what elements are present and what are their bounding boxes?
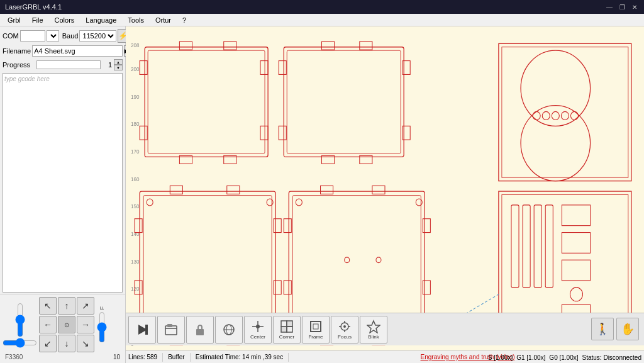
left-panel: COM Baud 115200 9600 250000 ⚡ Filename ▶… [0, 26, 126, 363]
svg-point-123 [343, 325, 346, 328]
svg-text:208: 208 [131, 42, 140, 48]
svg-rect-117 [287, 321, 292, 327]
movement-grid: ↖ ↑ ↗ ← ⊙ → ↙ ↓ ↘ [39, 297, 94, 352]
move-right-button[interactable]: → [77, 316, 94, 333]
open-button[interactable] [157, 316, 185, 343]
corner-button[interactable]: Corner [273, 316, 301, 343]
progress-value: 1 [103, 61, 112, 69]
menu-bar: Grbl File Colors Language Tools Ortur ? [0, 14, 644, 26]
move-center-button[interactable]: ⊙ [58, 316, 75, 333]
filename-label: Filename [3, 47, 31, 55]
gcode-textarea[interactable] [4, 82, 121, 277]
estimated-time: Estimated Time: 14 min ,39 sec [196, 354, 284, 360]
frame-label: Frame [308, 334, 323, 340]
progress-up-button[interactable]: ▲ [114, 59, 123, 65]
baud-label: Baud [62, 32, 79, 40]
menu-tools[interactable]: Tools [123, 15, 149, 25]
x-speed-slider[interactable] [3, 338, 37, 347]
com-input[interactable] [20, 30, 45, 42]
svg-text:190: 190 [131, 93, 140, 99]
move-downleft-button[interactable]: ↙ [39, 335, 57, 352]
s-multiplier: S [1.00x] [488, 354, 513, 361]
progress-bar [36, 60, 101, 69]
blink-label: Blink [368, 334, 379, 340]
menu-colors[interactable]: Colors [50, 15, 80, 25]
y-speed-slider[interactable] [16, 303, 25, 337]
step-value: 10 [113, 354, 120, 360]
connection-status: Status: Disconnected [582, 354, 642, 361]
globe-button[interactable] [215, 316, 243, 343]
f3360-label: F3360 [5, 354, 23, 360]
move-left-button[interactable]: ← [39, 316, 57, 333]
progress-down-button[interactable]: ▼ [114, 65, 123, 70]
move-up-button[interactable]: ↑ [58, 297, 75, 315]
f-label: F [99, 306, 105, 310]
menu-ortur[interactable]: Ortur [150, 15, 176, 25]
svg-text:160: 160 [131, 176, 140, 182]
svg-rect-116 [281, 321, 287, 327]
g0-multiplier: G0 [1.00x] [549, 354, 578, 361]
bottom-toolbar: Center Corner Frame Focus Blink 🚶 ✋ [126, 313, 644, 345]
frame-button[interactable]: Frame [302, 316, 330, 343]
svg-text:130: 130 [131, 258, 140, 264]
menu-help[interactable]: ? [177, 15, 191, 25]
move-upleft-button[interactable]: ↖ [39, 297, 57, 315]
filename-row: Filename ▶ [0, 44, 125, 58]
hand-icon-button[interactable]: ✋ [616, 318, 639, 340]
svg-text:150: 150 [131, 203, 140, 209]
svg-rect-119 [287, 327, 292, 332]
corner-label: Corner [279, 334, 294, 340]
status-bar: Lines: 589 Buffer Estimated Time: 14 min… [126, 350, 644, 363]
blink-button[interactable]: Blink [360, 316, 387, 343]
buffer-status: Buffer [168, 354, 185, 360]
run-button[interactable] [128, 316, 156, 343]
move-down-button[interactable]: ↓ [58, 335, 75, 352]
move-upright-button[interactable]: ↗ [77, 297, 94, 315]
app-title: LaserGRBL v4.4.1 [5, 3, 62, 11]
progress-label: Progress [3, 61, 35, 69]
baud-select[interactable]: 115200 9600 250000 [79, 30, 116, 42]
window-controls: — ❐ ✕ [605, 3, 639, 11]
move-downright-button[interactable]: ↘ [77, 335, 94, 352]
menu-language[interactable]: Language [80, 15, 121, 25]
g1-multiplier: G1 [1.00x] [516, 354, 545, 361]
title-bar: LaserGRBL v4.4.1 — ❐ ✕ [0, 0, 644, 14]
svg-text:120: 120 [131, 286, 140, 292]
gcode-hint: type gcode here [4, 75, 50, 82]
menu-grbl[interactable]: Grbl [3, 15, 26, 25]
focus-button[interactable]: Focus [331, 316, 358, 343]
status-divider-3 [288, 353, 289, 362]
restore-button[interactable]: ❐ [618, 3, 626, 11]
svg-rect-121 [313, 324, 318, 329]
status-divider-1 [162, 353, 163, 362]
status-divider-2 [190, 353, 191, 362]
center-label: Center [250, 334, 265, 340]
com-row: COM Baud 115200 9600 250000 ⚡ [0, 26, 125, 44]
svg-marker-128 [367, 321, 380, 333]
close-button[interactable]: ✕ [630, 3, 639, 11]
svg-rect-109 [196, 329, 204, 335]
main-layout: COM Baud 115200 9600 250000 ⚡ Filename ▶… [0, 26, 644, 363]
svg-rect-106 [145, 325, 148, 335]
f-speed-slider[interactable] [97, 311, 106, 343]
svg-text:140: 140 [131, 231, 140, 237]
menu-file[interactable]: File [27, 15, 48, 25]
com-label: COM [3, 32, 19, 40]
progress-row: Progress 1 ▲ ▼ [0, 58, 125, 72]
svg-rect-118 [281, 327, 287, 332]
minimize-button[interactable]: — [605, 3, 614, 11]
svg-rect-108 [167, 324, 172, 327]
canvas-area: X: 0.000 Y: 0.000 208 200 190 180 170 16… [126, 26, 644, 363]
center-button[interactable]: Center [244, 316, 272, 343]
lock-button[interactable] [186, 316, 214, 343]
status-right-icons: S [1.00x] G1 [1.00x] G0 [1.00x] Status: … [488, 354, 641, 361]
lines-count: Lines: 589 [128, 354, 157, 360]
svg-text:170: 170 [131, 148, 140, 155]
svg-rect-107 [165, 326, 177, 335]
left-bottom: ↖ ↑ ↗ ← ⊙ → ↙ ↓ ↘ F F3360 [0, 294, 125, 363]
svg-text:180: 180 [131, 121, 140, 127]
com-select-dropdown[interactable] [47, 30, 59, 42]
focus-label: Focus [338, 334, 352, 340]
filename-input[interactable] [32, 45, 123, 57]
walk-icon-button[interactable]: 🚶 [591, 318, 614, 340]
